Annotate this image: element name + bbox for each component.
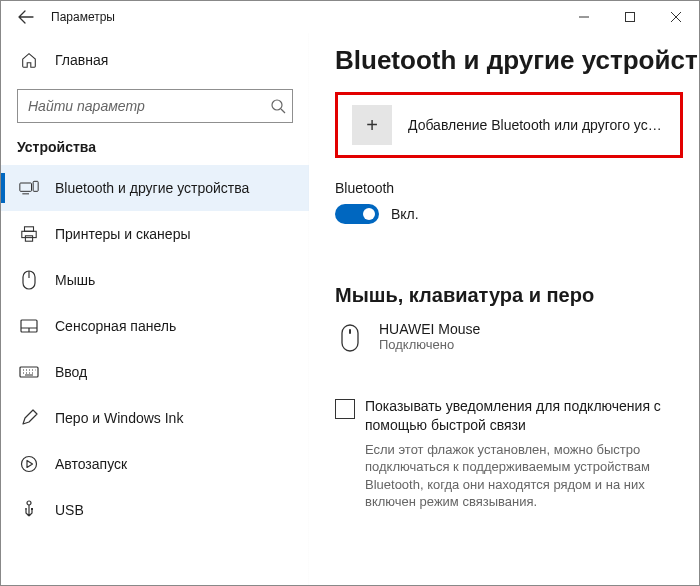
device-name: HUAWEI Mouse [379, 321, 480, 337]
svg-rect-5 [22, 231, 36, 237]
sidebar-nav: Bluetooth и другие устройства Принтеры и… [1, 165, 309, 533]
back-button[interactable] [15, 6, 37, 28]
sidebar-item-label: Ввод [55, 364, 87, 380]
svg-rect-6 [25, 236, 32, 241]
search-box[interactable] [17, 89, 293, 123]
swift-pair-row: Показывать уведомления для подключения с… [335, 397, 699, 435]
device-status: Подключено [379, 337, 480, 352]
keyboard-icon [19, 362, 39, 382]
page-title: Bluetooth и другие устройства [335, 45, 699, 76]
usb-icon [19, 500, 39, 520]
sidebar-item-label: Bluetooth и другие устройства [55, 180, 249, 196]
sidebar-item-label: Мышь [55, 272, 95, 288]
search-icon [270, 98, 286, 114]
sidebar-item-bluetooth[interactable]: Bluetooth и другие устройства [1, 165, 309, 211]
swift-pair-checkbox[interactable] [335, 399, 355, 419]
home-label: Главная [55, 52, 108, 68]
minimize-button[interactable] [561, 1, 607, 33]
pen-icon [19, 408, 39, 428]
mouse-icon [19, 270, 39, 290]
sidebar-item-mouse[interactable]: Мышь [1, 257, 309, 303]
devices-icon [19, 178, 39, 198]
toggle-knob [363, 208, 375, 220]
sidebar-item-typing[interactable]: Ввод [1, 349, 309, 395]
bluetooth-toggle-row: Вкл. [335, 204, 699, 224]
window-body: Главная Устройства Bluetooth и другие ус… [1, 33, 699, 585]
arrow-left-icon [18, 9, 34, 25]
add-device-label: Добавление Bluetooth или другого устройс… [408, 117, 666, 133]
bluetooth-label: Bluetooth [335, 180, 699, 196]
sidebar-item-usb[interactable]: USB [1, 487, 309, 533]
svg-rect-15 [349, 329, 351, 334]
sidebar-item-label: Автозапуск [55, 456, 127, 472]
sidebar-item-label: Принтеры и сканеры [55, 226, 190, 242]
svg-rect-0 [626, 13, 635, 22]
close-button[interactable] [653, 1, 699, 33]
sidebar-item-touchpad[interactable]: Сенсорная панель [1, 303, 309, 349]
window-controls [561, 1, 699, 33]
plus-icon: + [352, 105, 392, 145]
svg-point-11 [27, 501, 31, 505]
svg-point-12 [25, 508, 27, 510]
svg-rect-2 [20, 183, 32, 191]
main-panel: Bluetooth и другие устройства + Добавлен… [309, 33, 699, 585]
maximize-icon [625, 12, 635, 22]
sidebar-item-printers[interactable]: Принтеры и сканеры [1, 211, 309, 257]
autoplay-icon [19, 454, 39, 474]
svg-point-1 [272, 100, 282, 110]
svg-rect-13 [31, 508, 33, 510]
close-icon [671, 12, 681, 22]
sidebar-item-label: Перо и Windows Ink [55, 410, 183, 426]
svg-rect-14 [342, 325, 358, 351]
svg-rect-4 [25, 227, 34, 232]
group-heading: Мышь, клавиатура и перо [335, 284, 699, 307]
swift-pair-hint: Если этот флажок установлен, можно быстр… [335, 441, 699, 511]
home-link[interactable]: Главная [1, 39, 309, 81]
device-item[interactable]: HUAWEI Mouse Подключено [335, 321, 699, 355]
sidebar-section: Устройства [1, 133, 309, 165]
sidebar: Главная Устройства Bluetooth и другие ус… [1, 33, 309, 585]
bluetooth-state: Вкл. [391, 206, 419, 222]
maximize-button[interactable] [607, 1, 653, 33]
touchpad-icon [19, 316, 39, 336]
sidebar-item-autoplay[interactable]: Автозапуск [1, 441, 309, 487]
add-device-button[interactable]: + Добавление Bluetooth или другого устро… [335, 92, 683, 158]
search-input[interactable] [28, 98, 270, 114]
swift-pair-label: Показывать уведомления для подключения с… [365, 397, 689, 435]
minimize-icon [579, 12, 589, 22]
settings-window: Параметры Главная Устройства [0, 0, 700, 586]
mouse-device-icon [337, 321, 363, 355]
window-title: Параметры [51, 10, 561, 24]
bluetooth-toggle[interactable] [335, 204, 379, 224]
sidebar-item-label: USB [55, 502, 84, 518]
svg-rect-3 [33, 181, 38, 191]
home-icon [19, 51, 39, 69]
svg-point-10 [22, 457, 37, 472]
titlebar: Параметры [1, 1, 699, 33]
sidebar-item-label: Сенсорная панель [55, 318, 176, 334]
printer-icon [19, 224, 39, 244]
sidebar-item-pen[interactable]: Перо и Windows Ink [1, 395, 309, 441]
device-info: HUAWEI Mouse Подключено [379, 321, 480, 352]
